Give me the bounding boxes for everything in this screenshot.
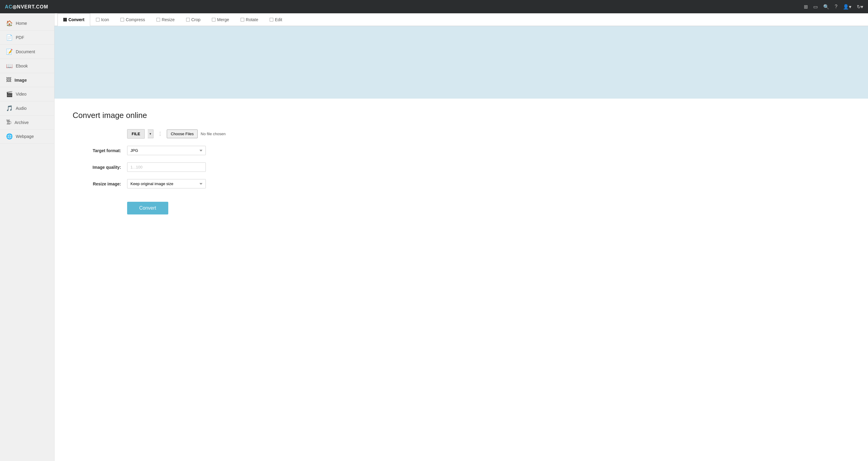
sidebar-item-video[interactable]: 🎬 Video (0, 87, 54, 101)
choose-files-button[interactable]: Choose Files (167, 129, 198, 138)
tab-compress-label: Compress (126, 17, 145, 22)
tab-icon-label: Icon (101, 17, 109, 22)
page-title: Convert image online (73, 111, 850, 120)
tab-resize[interactable]: Resize (151, 13, 180, 26)
sidebar-item-home-label: Home (16, 21, 27, 26)
file-type-dropdown[interactable]: ▾ (148, 129, 153, 138)
target-format-select[interactable]: JPG PNG GIF BMP TIFF WEBP SVG ICO (127, 146, 206, 155)
convert-form: FILE ▾ ⋮ Choose Files No file chosen Tar… (73, 129, 345, 215)
tab-convert[interactable]: Convert (58, 13, 90, 26)
sidebar-item-image-label: Image (14, 78, 27, 83)
convert-button[interactable]: Convert (127, 202, 168, 215)
tab-merge-label: Merge (217, 17, 229, 22)
tab-resize-label: Resize (162, 17, 175, 22)
sidebar-item-image[interactable]: 🖼 Image (0, 73, 54, 87)
help-icon[interactable]: ? (835, 4, 837, 9)
audio-icon: 🎵 (6, 105, 13, 111)
pdf-icon: 📄 (6, 34, 13, 41)
banner-area (55, 26, 868, 99)
merge-tab-checkbox (212, 18, 216, 22)
user-icon[interactable]: 👤▾ (843, 4, 851, 10)
sidebar-item-ebook[interactable]: 📖 Ebook (0, 59, 54, 73)
sidebar-item-home[interactable]: 🏠 Home (0, 17, 54, 31)
sidebar-item-archive[interactable]: 🗜 Archive (0, 116, 54, 129)
sidebar: 🏠 Home 📄 PDF 📝 Document 📖 Ebook 🖼 Image … (0, 13, 55, 461)
refresh-icon[interactable]: ↻▾ (857, 4, 863, 10)
target-format-row: Target format: JPG PNG GIF BMP TIFF WEBP… (73, 146, 345, 155)
file-row: FILE ▾ ⋮ Choose Files No file chosen (73, 129, 345, 138)
tab-merge[interactable]: Merge (206, 13, 235, 26)
sidebar-item-webpage[interactable]: 🌐 Webpage (0, 129, 54, 144)
tab-bar: Convert Icon Compress Resize Crop Merge (55, 13, 868, 26)
no-file-text: No file chosen (200, 132, 225, 136)
resize-image-row: Resize image: Keep original image size C… (73, 179, 345, 189)
resize-image-select[interactable]: Keep original image size Custom size Per… (127, 179, 206, 189)
edit-tab-checkbox (270, 18, 273, 22)
logo-ac: AC (5, 4, 12, 9)
sidebar-item-document[interactable]: 📝 Document (0, 45, 54, 59)
resize-tab-checkbox (156, 18, 160, 22)
image-quality-input[interactable] (127, 162, 206, 172)
tab-crop-label: Crop (191, 17, 200, 22)
image-icon: 🖼 (6, 77, 11, 83)
sidebar-item-audio-label: Audio (16, 106, 27, 111)
logo: AC◎NVERT.COM (5, 4, 48, 10)
tab-icon[interactable]: Icon (90, 13, 115, 26)
compress-tab-checkbox (120, 18, 124, 22)
main-layout: 🏠 Home 📄 PDF 📝 Document 📖 Ebook 🖼 Image … (0, 13, 868, 461)
tab-convert-label: Convert (68, 17, 85, 22)
sidebar-item-audio[interactable]: 🎵 Audio (0, 101, 54, 116)
navbar: AC◎NVERT.COM ⊞ ▭ 🔍 ? 👤▾ ↻▾ (0, 0, 868, 13)
main-content: Convert Icon Compress Resize Crop Merge (55, 13, 868, 461)
logo-rest: ◎NVERT.COM (12, 4, 48, 9)
file-type-button[interactable]: FILE (127, 129, 145, 138)
tab-rotate[interactable]: Rotate (235, 13, 264, 26)
navbar-icons: ⊞ ▭ 🔍 ? 👤▾ ↻▾ (804, 4, 863, 10)
rotate-tab-checkbox (241, 18, 244, 22)
sidebar-item-pdf-label: PDF (16, 35, 24, 40)
convert-button-row: Convert (73, 196, 345, 215)
tab-edit-label: Edit (275, 17, 282, 22)
grid-icon[interactable]: ⊞ (804, 4, 808, 10)
tab-edit[interactable]: Edit (264, 13, 288, 26)
convert-tab-icon (63, 18, 67, 22)
search-icon[interactable]: 🔍 (823, 4, 829, 10)
image-quality-row: Image quality: (73, 162, 345, 172)
tab-rotate-label: Rotate (246, 17, 258, 22)
target-format-label: Target format: (73, 148, 121, 153)
image-quality-control (127, 162, 206, 172)
archive-icon: 🗜 (6, 119, 11, 126)
video-icon: 🎬 (6, 91, 13, 97)
file-options-dots[interactable]: ⋮ (156, 131, 164, 137)
target-format-control: JPG PNG GIF BMP TIFF WEBP SVG ICO (127, 146, 206, 155)
ebook-icon: 📖 (6, 63, 13, 69)
resize-image-label: Resize image: (73, 182, 121, 186)
tab-compress[interactable]: Compress (115, 13, 151, 26)
sidebar-item-archive-label: Archive (14, 120, 29, 125)
sidebar-item-document-label: Document (16, 49, 35, 54)
sidebar-item-ebook-label: Ebook (16, 64, 28, 68)
tab-crop[interactable]: Crop (180, 13, 206, 26)
resize-image-control: Keep original image size Custom size Per… (127, 179, 206, 189)
webpage-icon: 🌐 (6, 133, 13, 140)
sidebar-item-pdf[interactable]: 📄 PDF (0, 31, 54, 45)
file-control: FILE ▾ ⋮ Choose Files No file chosen (127, 129, 225, 138)
icon-tab-checkbox (96, 18, 100, 22)
crop-tab-checkbox (186, 18, 190, 22)
sidebar-item-webpage-label: Webpage (16, 134, 34, 139)
home-icon: 🏠 (6, 20, 13, 27)
sidebar-item-video-label: Video (16, 92, 27, 97)
tablet-icon[interactable]: ▭ (813, 4, 818, 10)
image-quality-label: Image quality: (73, 165, 121, 170)
content-area: Convert image online FILE ▾ ⋮ Choose Fil… (55, 99, 868, 461)
document-icon: 📝 (6, 48, 13, 55)
